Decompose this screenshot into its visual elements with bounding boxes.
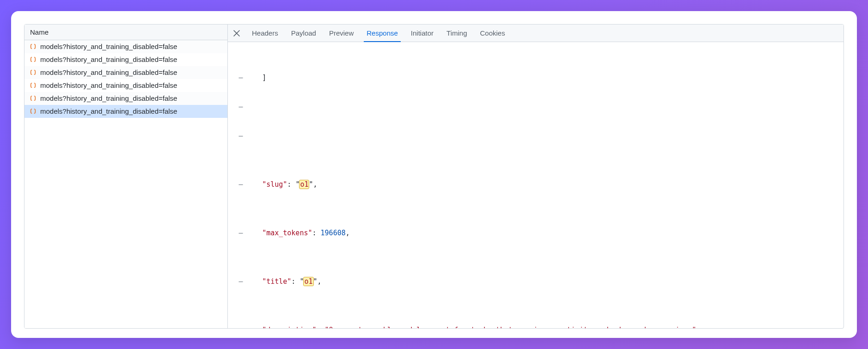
tab-payload[interactable]: Payload: [285, 24, 323, 42]
request-row[interactable]: models?history_and_training_disabled=fal…: [24, 92, 227, 105]
network-panel: Name models?history_and_training_disable…: [24, 24, 844, 329]
request-row[interactable]: models?history_and_training_disabled=fal…: [24, 53, 227, 66]
json-key-slug: "slug": [262, 180, 287, 189]
json-file-icon: [29, 82, 37, 89]
response-body[interactable]: – ] – – – "slug": "o1", – "max_tokens": …: [228, 42, 844, 328]
tab-headers[interactable]: Headers: [245, 24, 285, 42]
tab-cookies[interactable]: Cookies: [473, 24, 511, 42]
tab-response[interactable]: Response: [360, 24, 404, 42]
request-label: models?history_and_training_disabled=fal…: [40, 94, 177, 102]
request-label: models?history_and_training_disabled=fal…: [40, 107, 177, 115]
request-row[interactable]: models?history_and_training_disabled=fal…: [24, 79, 227, 92]
request-row[interactable]: models?history_and_training_disabled=fal…: [24, 40, 227, 53]
detail-tabs: Headers Payload Preview Response Initiat…: [228, 24, 844, 42]
request-detail-pane: Headers Payload Preview Response Initiat…: [228, 24, 844, 328]
highlight-match: o1: [300, 180, 309, 189]
close-icon[interactable]: [228, 24, 245, 42]
request-row[interactable]: models?history_and_training_disabled=fal…: [24, 105, 227, 118]
json-val-title: "o1": [300, 277, 317, 286]
json-file-icon: [29, 69, 37, 76]
json-key-max-tokens: "max_tokens": [262, 229, 312, 237]
json-punct: ]: [262, 73, 266, 82]
request-label: models?history_and_training_disabled=fal…: [40, 55, 177, 63]
json-file-icon: [29, 95, 37, 102]
json-val-description: "Our most capable model, great for tasks…: [325, 326, 697, 328]
json-file-icon: [29, 43, 37, 50]
request-list: Name models?history_and_training_disable…: [24, 24, 228, 328]
request-list-header[interactable]: Name: [24, 24, 227, 40]
json-file-icon: [29, 108, 37, 115]
json-file-icon: [29, 56, 37, 63]
devtools-card: Name models?history_and_training_disable…: [11, 11, 857, 338]
request-label: models?history_and_training_disabled=fal…: [40, 81, 177, 89]
request-row[interactable]: models?history_and_training_disabled=fal…: [24, 66, 227, 79]
json-key-title: "title": [262, 277, 291, 286]
tab-timing[interactable]: Timing: [440, 24, 473, 42]
json-key-description: "description": [262, 326, 316, 328]
json-val-slug: "o1": [295, 180, 313, 189]
highlight-match: o1: [304, 277, 313, 286]
request-label: models?history_and_training_disabled=fal…: [40, 43, 177, 50]
tab-preview[interactable]: Preview: [323, 24, 360, 42]
tab-initiator[interactable]: Initiator: [404, 24, 440, 42]
json-val-max-tokens: 196608: [321, 229, 346, 237]
request-label: models?history_and_training_disabled=fal…: [40, 68, 177, 76]
